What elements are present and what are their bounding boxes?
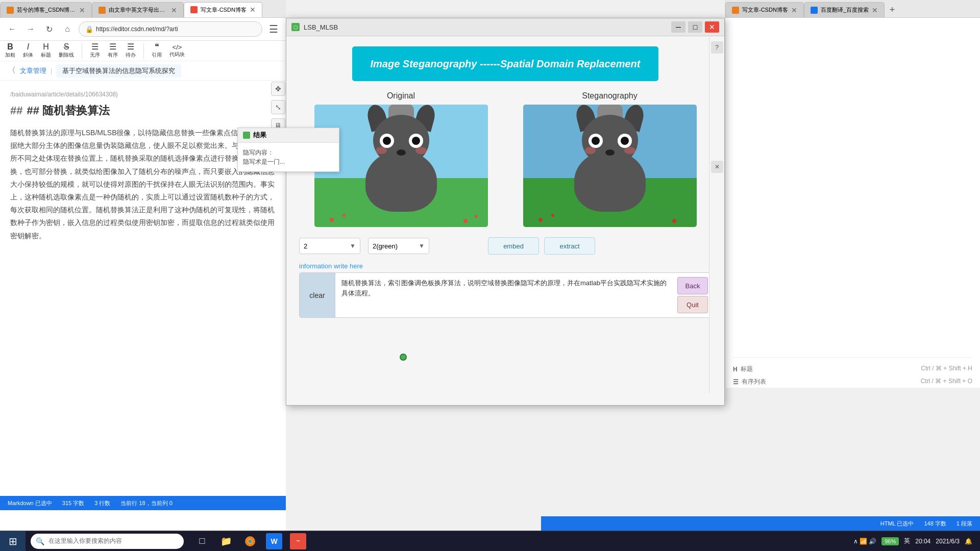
editor-toolbar: B 加粗 I 斜体 H 标题 S 删除线 ☰ 无序 ☰ 有序 ☰ 待办 [0, 41, 286, 61]
b2-tab-close-1[interactable]: ✕ [791, 6, 797, 14]
breadcrumb-nav[interactable]: 文章管理 [20, 66, 46, 76]
result-popup-body: 隐写内容： 隐写术是一门... [238, 143, 339, 171]
h-text: 标题 [741, 365, 753, 373]
tab-icon-2 [99, 7, 106, 14]
expand-icon[interactable]: ⤡ [271, 100, 285, 114]
select-2[interactable]: 2(green) ▼ [368, 238, 429, 254]
hotkey-section: H 标题 Ctrl / ⌘ + Shift + H ☰ 有序列表 Ctrl / … [733, 357, 972, 388]
dog-pupil-left [383, 137, 391, 145]
help-icon[interactable]: ? [711, 41, 723, 54]
quit-button[interactable]: Quit [677, 296, 708, 313]
system-icons: ∧ 📶 🔊 [853, 538, 877, 545]
clock-time: 20:04 [915, 538, 930, 545]
clock-date: 2021/6/3 [936, 538, 960, 545]
file-explorer-icon[interactable]: 📁 [218, 533, 234, 549]
taskbar-search[interactable]: 🔍 在这里输入你要搜索的内容 [31, 534, 184, 549]
address-text: https://editor.csdn.net/md/?arti [96, 26, 178, 33]
start-button[interactable]: ⊞ [0, 531, 26, 552]
forward-button[interactable]: → [23, 22, 38, 36]
original-image [314, 105, 488, 227]
tab-3[interactable]: 写文章-CSDN博客 ✕ [184, 2, 262, 17]
home-button[interactable]: ⌂ [60, 22, 75, 36]
tab-close-2[interactable]: ✕ [171, 6, 177, 14]
task-view-icon[interactable]: □ [194, 533, 210, 549]
pan-icon[interactable]: ✥ [271, 82, 285, 96]
word-icon[interactable]: W [266, 533, 282, 549]
embed-button[interactable]: embed [488, 237, 539, 255]
todo-button[interactable]: ☰ 待办 [126, 43, 136, 59]
back-button[interactable]: ← [5, 22, 19, 36]
ordered-button[interactable]: ☰ 有序 [108, 43, 118, 59]
italic-button[interactable]: I 斜体 [23, 43, 33, 59]
search-icon: 🔍 [36, 537, 44, 545]
browser-tab-bar: 芸兮的博客_CSDN博客-数字... ✕ 由文章中英文字母出现频率多... ✕ … [0, 0, 286, 18]
taskbar-search-text: 在这里输入你要搜索的内容 [48, 537, 122, 545]
address-input[interactable]: 🔒 https://editor.csdn.net/md/?arti [79, 21, 262, 37]
maximize-button[interactable]: □ [688, 21, 702, 33]
o-icon: ☰ [733, 379, 739, 386]
tab-close-3[interactable]: ✕ [250, 6, 256, 14]
minimize-button[interactable]: ─ [671, 21, 685, 33]
tab-1[interactable]: 芸兮的博客_CSDN博客-数字... ✕ [0, 2, 92, 17]
dog-pupil-left-s [592, 137, 600, 145]
close-panel-icon[interactable]: ✕ [711, 161, 723, 173]
dog-cheek-left [376, 147, 387, 154]
select-1[interactable]: 2 ▼ [299, 238, 360, 254]
status-mode: Markdown 已选中 [8, 499, 52, 507]
original-label: Original [387, 91, 415, 101]
new-tab-button[interactable]: + [885, 2, 900, 17]
b2-tab-2[interactable]: 百度翻译_百度搜索 ✕ [804, 2, 885, 17]
taskbar: ⊞ 🔍 在这里输入你要搜索的内容 □ 📁 W ~ ∧ 📶 🔊 96% 英 20:… [0, 531, 980, 551]
refresh-button[interactable]: ↻ [42, 22, 56, 36]
hotkey-ordered: ☰ 有序列表 Ctrl / ⌘ + Shift + O [733, 375, 972, 388]
notification-icon[interactable]: 🔔 [965, 538, 972, 545]
status-position: 当前行 18，当前列 0 [120, 499, 172, 507]
b2-tab-close-2[interactable]: ✕ [872, 6, 878, 14]
back-button-popup[interactable]: Back [677, 277, 708, 294]
b2-tab-icon-1 [732, 7, 739, 14]
unordered-button[interactable]: ☰ 无序 [90, 43, 100, 59]
dog-cheek-right [415, 147, 427, 154]
quote-button[interactable]: ❝ 引用 [152, 43, 162, 59]
extract-button[interactable]: extract [544, 237, 595, 255]
strikethrough-button[interactable]: S 删除线 [59, 43, 74, 59]
status-chars: 315 字数 [62, 499, 84, 507]
breadcrumb-title: 基于空域替换算法的信息隐写系统探究 [56, 64, 181, 78]
original-col: Original [314, 91, 488, 227]
result-line1: 隐写内容： [243, 148, 334, 157]
tab-close-1[interactable]: ✕ [79, 6, 85, 14]
text-input-row: clear 随机替换算法，索引图像调色板换序算法，说明空域替换图像隐写术的原理，… [299, 272, 712, 318]
dog-nose [397, 149, 406, 156]
divider-1 [82, 43, 82, 59]
steganography-label: Steganography [582, 91, 638, 101]
browser-left: 芸兮的博客_CSDN博客-数字... ✕ 由文章中英文字母出现频率多... ✕ … [0, 0, 286, 531]
battery-badge: 96% [881, 537, 899, 545]
flower-s-2 [551, 214, 554, 217]
heading-hash: ## [10, 104, 22, 117]
html-status: HTML 已选中 [880, 520, 914, 528]
o-keys: Ctrl / ⌘ + Shift + O [921, 378, 972, 386]
bold-button[interactable]: B 加粗 [5, 43, 15, 59]
result-popup: 结果 隐写内容： 隐写术是一门... [237, 128, 339, 172]
dog-cheek-left-s [584, 147, 596, 154]
b2-tab-1[interactable]: 写文章-CSDN博客 ✕ [725, 2, 804, 17]
article-body: 随机替换算法的原理与LSB/MLSB很像，以待隐藏信息替换一些像素点信息，借助占… [10, 127, 276, 242]
matlab-icon[interactable]: ~ [290, 533, 306, 549]
editor-url: /baiduwaimai/article/details/106634308) [10, 91, 276, 98]
chevron-down-icon-1: ▼ [350, 242, 356, 249]
status-bar-right: HTML 已选中 148 字数 1 段落 [541, 516, 980, 531]
browser-menu[interactable]: ☰ [266, 23, 281, 35]
status-rows: 3 行数 [94, 499, 110, 507]
breadcrumb-back[interactable]: 〈 [8, 65, 16, 76]
code-button[interactable]: </> 代码块 [169, 44, 185, 58]
dog-illustration-steg [523, 105, 697, 227]
popup-window: ⬡ LSB_MLSB ─ □ ✕ Image Steganography ---… [286, 18, 725, 406]
clear-button[interactable]: clear [300, 273, 335, 317]
heading-button[interactable]: H 标题 [41, 43, 51, 59]
hotkey-heading: H 标题 Ctrl / ⌘ + Shift + H [733, 363, 972, 375]
text-input-field[interactable]: 随机替换算法，索引图像调色板换序算法，说明空域替换图像隐写术的原理，并在matl… [335, 273, 674, 317]
tab-2[interactable]: 由文章中英文字母出现频率多... ✕ [92, 2, 184, 17]
close-button[interactable]: ✕ [705, 21, 719, 33]
o-text: 有序列表 [742, 378, 766, 386]
firefox-icon[interactable] [242, 533, 258, 549]
